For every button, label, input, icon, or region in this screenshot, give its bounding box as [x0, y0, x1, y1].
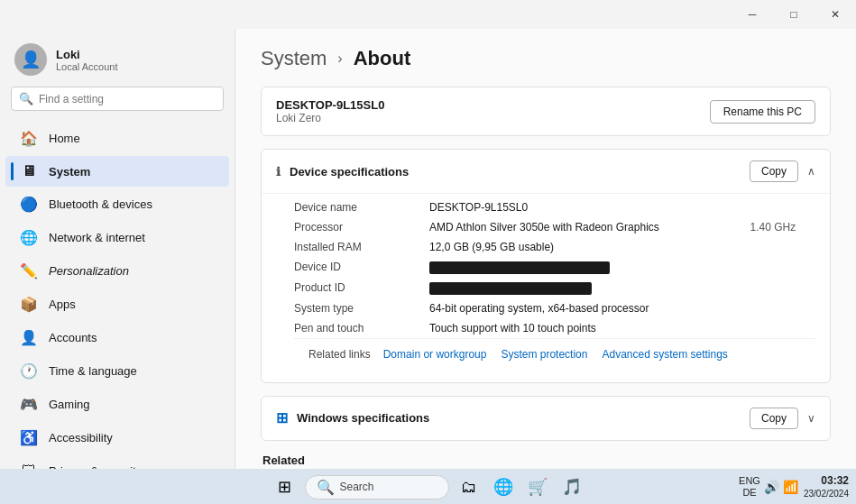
- chevron-up-icon: ∧: [807, 165, 815, 178]
- spec-value-redacted: [429, 278, 739, 298]
- rename-pc-button[interactable]: Rename this PC: [710, 100, 815, 124]
- task-view-button[interactable]: 🗂: [455, 472, 483, 501]
- media-button[interactable]: 🎵: [557, 472, 586, 501]
- sidebar-item-home[interactable]: 🏠 Home: [5, 123, 229, 154]
- start-button[interactable]: ⊞: [271, 472, 299, 501]
- spec-label: Installed RAM: [294, 237, 429, 257]
- related-link-advanced[interactable]: Advanced system settings: [596, 348, 732, 361]
- user-name: Loki: [56, 48, 118, 61]
- spec-value: Touch support with 10 touch points: [429, 318, 739, 338]
- related-link-protection[interactable]: System protection: [495, 348, 593, 361]
- pc-card: DESKTOP-9L15SL0 Loki Zero Rename this PC: [261, 87, 831, 136]
- wifi-icon[interactable]: 📶: [783, 480, 798, 494]
- clock-date: 23/02/2024: [804, 488, 849, 499]
- time-icon: 🕐: [20, 362, 38, 380]
- search-icon: 🔍: [19, 92, 33, 105]
- spec-extra: 1.40 GHz: [739, 217, 815, 237]
- sidebar-item-system[interactable]: 🖥 System: [5, 156, 229, 187]
- sidebar-item-gaming[interactable]: 🎮 Gaming: [5, 389, 229, 420]
- avatar: 👤: [14, 43, 47, 76]
- related-link-domain[interactable]: Domain or workgroup: [378, 348, 492, 361]
- chevron-down-icon: ∨: [807, 412, 815, 425]
- close-button[interactable]: ✕: [815, 0, 856, 29]
- title-bar: ─ □ ✕: [0, 0, 856, 29]
- sidebar-item-label: Apps: [49, 298, 76, 311]
- sidebar-item-accounts[interactable]: 👤 Accounts: [5, 322, 229, 353]
- user-section: 👤 Loki Local Account: [0, 29, 235, 87]
- windows-specs-header[interactable]: ⊞ Windows specifications Copy ∨: [262, 397, 830, 440]
- page-title: About: [354, 47, 411, 70]
- sidebar-item-label: Personalization: [49, 264, 129, 278]
- spec-label: Processor: [294, 217, 429, 237]
- accounts-icon: 👤: [20, 329, 38, 346]
- edge-icon: 🌐: [493, 477, 513, 497]
- store-icon: 🛒: [528, 477, 548, 497]
- network-icon: 🌐: [20, 229, 38, 246]
- device-specs-body: Device name DESKTOP-9L15SL0 Processor AM…: [262, 193, 830, 382]
- task-view-icon: 🗂: [461, 478, 477, 497]
- maximize-button[interactable]: □: [773, 0, 815, 29]
- device-specs-header[interactable]: ℹ Device specifications Copy ∧: [262, 150, 830, 193]
- breadcrumb: System: [261, 47, 327, 70]
- windows-specs-copy-button[interactable]: Copy: [750, 408, 798, 429]
- sidebar-item-label: Gaming: [49, 398, 90, 411]
- sidebar-item-apps[interactable]: 📦 Apps: [5, 289, 229, 320]
- sidebar-item-network[interactable]: 🌐 Network & internet: [5, 222, 229, 253]
- pc-subtitle: Loki Zero: [276, 112, 384, 124]
- info-icon: ℹ: [276, 165, 281, 179]
- taskbar-search-icon: 🔍: [317, 479, 335, 496]
- spec-value-redacted: [429, 257, 739, 278]
- personalization-icon: ✏️: [20, 262, 38, 279]
- table-row: Processor AMD Athlon Silver 3050e with R…: [294, 217, 815, 237]
- main-content: System › About DESKTOP-9L15SL0 Loki Zero…: [235, 29, 856, 469]
- taskbar: ⊞ 🔍 Search 🗂 🌐 🛒 🎵 ENG DE 🔊 📶 03:: [0, 469, 856, 504]
- taskbar-right: ENG DE 🔊 📶 03:32 23/02/2024: [739, 474, 849, 500]
- edge-button[interactable]: 🌐: [489, 472, 518, 501]
- taskbar-center: ⊞ 🔍 Search 🗂 🌐 🛒 🎵: [271, 472, 586, 501]
- spec-value: AMD Athlon Silver 3050e with Radeon Grap…: [429, 217, 739, 237]
- system-icon: 🖥: [20, 163, 38, 179]
- spec-value: 64-bit operating system, x64-based proce…: [429, 298, 739, 318]
- apps-icon: 📦: [20, 296, 38, 313]
- breadcrumb-chevron: ›: [337, 50, 342, 67]
- store-button[interactable]: 🛒: [523, 472, 552, 501]
- clock: 03:32 23/02/2024: [804, 474, 849, 500]
- sidebar-item-label: Home: [49, 132, 80, 145]
- spec-label: Product ID: [294, 278, 429, 298]
- system-tray: ENG DE 🔊 📶: [739, 475, 798, 499]
- sidebar-item-personalization[interactable]: ✏️ Personalization: [5, 255, 229, 287]
- sidebar-item-time[interactable]: 🕐 Time & language: [5, 355, 229, 387]
- spec-label: Device ID: [294, 257, 429, 278]
- spec-value: DESKTOP-9L15SL0: [429, 197, 739, 217]
- sidebar-item-label: Accessibility: [49, 431, 113, 444]
- lang-indicator: ENG DE: [739, 475, 760, 499]
- accessibility-icon: ♿: [20, 429, 38, 446]
- table-row: System type 64-bit operating system, x64…: [294, 298, 815, 318]
- taskbar-search-label: Search: [340, 481, 374, 493]
- spec-label: Device name: [294, 197, 429, 217]
- spec-value: 12,0 GB (9,95 GB usable): [429, 237, 739, 257]
- sidebar-item-bluetooth[interactable]: 🔵 Bluetooth & devices: [5, 188, 229, 220]
- sidebar-item-label: System: [49, 165, 90, 179]
- sidebar-item-accessibility[interactable]: ♿ Accessibility: [5, 422, 229, 454]
- search-input[interactable]: [39, 93, 216, 105]
- speaker-icon[interactable]: 🔊: [764, 480, 779, 494]
- taskbar-search[interactable]: 🔍 Search: [305, 475, 449, 499]
- search-box[interactable]: 🔍: [11, 87, 224, 111]
- device-specs-copy-button[interactable]: Copy: [750, 160, 798, 182]
- windows-specs-card: ⊞ Windows specifications Copy ∨: [261, 396, 831, 441]
- gaming-icon: 🎮: [20, 396, 38, 413]
- sidebar-item-privacy[interactable]: 🛡 Privacy & security: [5, 455, 229, 469]
- sidebar-item-label: Accounts: [49, 331, 97, 344]
- sidebar: 👤 Loki Local Account 🔍 🏠 Home 🖥 System: [0, 29, 235, 469]
- spec-label: Pen and touch: [294, 318, 429, 338]
- related-section-title: Related: [261, 454, 831, 467]
- bluetooth-icon: 🔵: [20, 196, 38, 213]
- sidebar-item-label: Bluetooth & devices: [49, 197, 152, 211]
- pc-name: DESKTOP-9L15SL0: [276, 98, 384, 112]
- minimize-button[interactable]: ─: [732, 0, 773, 29]
- privacy-icon: 🛡: [20, 463, 38, 469]
- windows-specs-title: Windows specifications: [297, 411, 429, 425]
- clock-time: 03:32: [804, 474, 849, 489]
- user-subtitle: Local Account: [56, 61, 118, 72]
